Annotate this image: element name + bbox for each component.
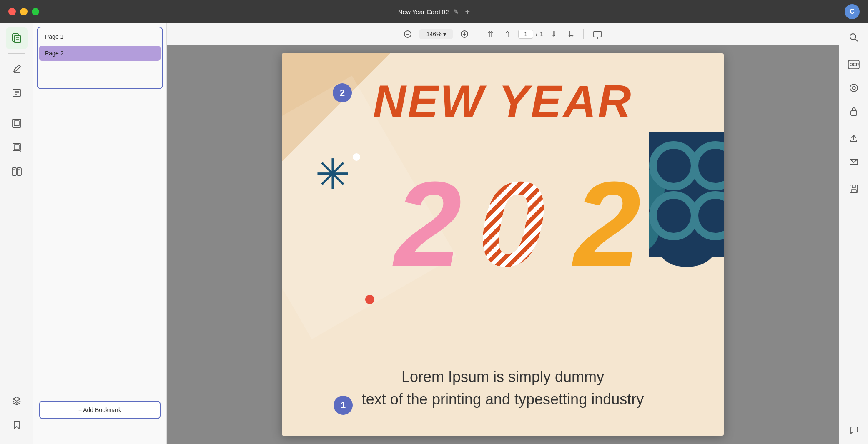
svg-point-43 xyxy=(852,86,855,90)
page-number-input[interactable] xyxy=(518,30,533,39)
svg-rect-16 xyxy=(17,168,21,175)
titlebar: New Year Card 02 ✎ + C xyxy=(0,0,868,23)
app-body: Page 1 Page 2 + Add Bookmark 146% ▾ ⇈ ⇑ … xyxy=(0,23,868,444)
sidebar-item-annotations[interactable] xyxy=(6,58,28,80)
card-body-line2: text of the printing and typesetting ind… xyxy=(362,391,644,408)
extract-button[interactable] xyxy=(844,78,864,98)
right-sidebar: OCR xyxy=(839,23,868,444)
page-total: 1 xyxy=(540,31,543,37)
sidebar-divider-2 xyxy=(8,108,25,108)
zoom-dropdown-icon: ▾ xyxy=(443,31,446,37)
present-button[interactable] xyxy=(590,28,605,40)
card-body-line1: Lorem Ipsum is simply dummy xyxy=(401,368,604,385)
close-button[interactable] xyxy=(8,8,16,15)
page-item-2[interactable]: Page 2 xyxy=(39,46,161,61)
save-button[interactable] xyxy=(844,179,864,199)
chat-button[interactable] xyxy=(844,420,864,440)
edit-title-icon[interactable]: ✎ xyxy=(453,8,459,16)
avatar[interactable]: C xyxy=(845,4,860,19)
add-bookmark-button[interactable]: + Add Bookmark xyxy=(39,401,161,419)
sidebar-item-bookmarks[interactable] xyxy=(6,414,28,436)
svg-rect-1 xyxy=(15,35,20,43)
svg-rect-14 xyxy=(13,151,20,152)
sidebar-item-layers[interactable] xyxy=(6,390,28,412)
document-area[interactable]: NEW YEAR ✳ 2 0 xyxy=(167,45,839,444)
ocr-button[interactable]: OCR xyxy=(844,55,864,75)
zoom-level-display[interactable]: 146% ▾ xyxy=(419,29,453,39)
email-button[interactable] xyxy=(844,152,864,172)
zoom-in-button[interactable] xyxy=(457,28,472,40)
lock-button[interactable] xyxy=(844,101,864,121)
sidebar-divider-1 xyxy=(8,53,25,54)
svg-point-37 xyxy=(695,195,724,237)
svg-rect-13 xyxy=(14,145,19,150)
sidebar-item-stamps[interactable] xyxy=(6,137,28,158)
toolbar-divider-2 xyxy=(583,29,584,39)
toolbar-divider-1 xyxy=(478,29,478,39)
zoom-value: 146% xyxy=(426,31,442,37)
page-counter: / 1 xyxy=(518,30,543,39)
minimize-button[interactable] xyxy=(20,8,28,15)
right-sidebar-divider-4 xyxy=(846,202,861,202)
zoom-out-button[interactable] xyxy=(400,28,415,40)
num3-panel: 3 xyxy=(649,132,724,257)
page-separator: / xyxy=(536,31,537,37)
svg-rect-24 xyxy=(594,31,601,37)
prev-page-button[interactable]: ⇑ xyxy=(501,28,514,40)
svg-line-39 xyxy=(855,39,858,41)
share-button[interactable] xyxy=(844,128,864,148)
star-asterisk: ✳ xyxy=(315,153,350,195)
svg-point-35 xyxy=(695,145,724,187)
title-text: New Year Card 02 xyxy=(398,8,449,15)
svg-text:0: 0 xyxy=(478,156,545,274)
add-tab-icon[interactable]: + xyxy=(465,7,470,17)
svg-rect-9 xyxy=(13,119,21,127)
svg-point-42 xyxy=(850,84,858,92)
svg-text:2: 2 xyxy=(392,156,462,274)
page-item-1[interactable]: Page 1 xyxy=(39,29,161,44)
svg-point-38 xyxy=(850,34,856,40)
svg-rect-15 xyxy=(12,168,16,175)
svg-rect-48 xyxy=(851,190,856,192)
white-dot-decoration xyxy=(353,153,360,161)
left-sidebar xyxy=(0,23,33,444)
search-button[interactable] xyxy=(844,27,864,47)
maximize-button[interactable] xyxy=(32,8,39,15)
main-content: 146% ▾ ⇈ ⇑ / 1 ⇓ ⇊ xyxy=(167,23,839,444)
pages-panel: Page 1 Page 2 + Add Bookmark xyxy=(33,23,167,444)
last-page-button[interactable]: ⇊ xyxy=(564,28,577,40)
sidebar-item-compare[interactable] xyxy=(6,161,28,182)
card-document: NEW YEAR ✳ 2 0 xyxy=(282,53,724,436)
svg-text:OCR: OCR xyxy=(850,62,859,67)
window-title: New Year Card 02 ✎ + xyxy=(398,7,470,17)
orange-dot-decoration xyxy=(365,295,374,304)
svg-text:2: 2 xyxy=(572,156,641,274)
svg-rect-10 xyxy=(14,121,19,126)
badge-2: 2 xyxy=(333,83,352,102)
sidebar-item-pages[interactable] xyxy=(6,27,28,49)
sidebar-bottom xyxy=(6,390,28,444)
right-sidebar-divider-1 xyxy=(846,51,861,51)
svg-rect-44 xyxy=(851,111,857,115)
svg-rect-47 xyxy=(852,185,855,188)
sidebar-item-signatures[interactable] xyxy=(6,112,28,134)
next-page-button[interactable]: ⇓ xyxy=(547,28,560,40)
first-page-button[interactable]: ⇈ xyxy=(484,28,497,40)
right-sidebar-divider-2 xyxy=(846,125,861,125)
window-controls xyxy=(8,8,39,15)
right-sidebar-divider-3 xyxy=(846,175,861,175)
sidebar-item-forms[interactable] xyxy=(6,82,28,104)
toolbar: 146% ▾ ⇈ ⇑ / 1 ⇓ ⇊ xyxy=(167,23,839,45)
badge-1: 1 xyxy=(334,396,353,415)
